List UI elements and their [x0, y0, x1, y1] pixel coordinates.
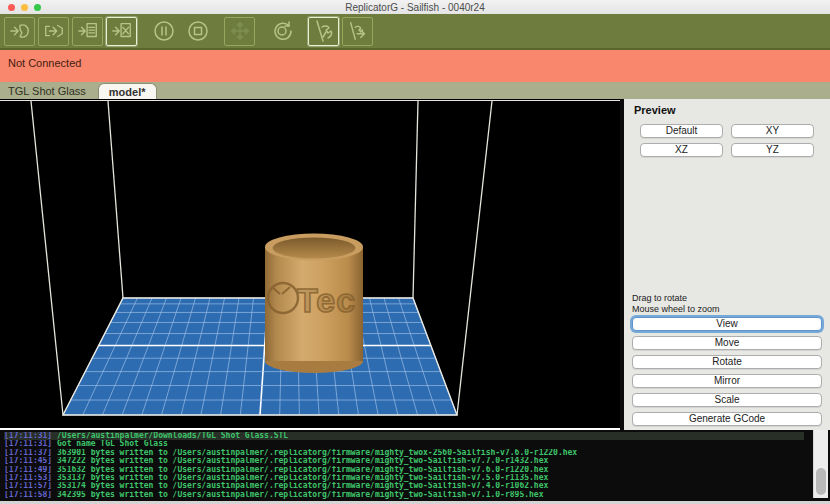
view-mode-button[interactable]: View [632, 317, 822, 331]
connect-icon[interactable] [4, 17, 35, 46]
connection-status-text: Not Connected [0, 50, 81, 69]
preview-title: Preview [634, 104, 822, 116]
hint-mouse-wheel-zoom: Mouse wheel to zoom [632, 304, 822, 315]
log-line[interactable]: [17:11:31] Got name TGL Shot Glass [4, 440, 804, 448]
window-title: ReplicatorG - Sailfish - 0040r24 [345, 2, 485, 13]
replicatorg-window: ReplicatorG - Sailfish - 0040r24 [0, 0, 830, 504]
log-line[interactable]: [17:11:37] 363901 bytes written to /User… [4, 449, 804, 457]
svg-text:Tec: Tec [297, 281, 356, 319]
rotate-button[interactable]: Rotate [632, 355, 822, 369]
stop-icon[interactable] [182, 17, 213, 46]
log-line[interactable]: [17:11:53] 353137 bytes written to /User… [4, 474, 804, 482]
mirror-button[interactable]: Mirror [632, 374, 822, 388]
upload-firmware-icon[interactable] [342, 17, 373, 46]
panel-spacer [632, 157, 822, 293]
3d-scene: Tec [0, 99, 620, 428]
hint-drag-to-rotate: Drag to rotate [632, 293, 822, 304]
reset-icon[interactable] [266, 17, 297, 46]
xz-view-button[interactable]: XZ [640, 143, 723, 157]
disconnect-icon[interactable] [308, 17, 339, 46]
move-button[interactable]: Move [632, 336, 822, 350]
build-platform [63, 298, 457, 415]
model-action-buttons: View Move Rotate Mirror Scale Generate G… [632, 317, 822, 426]
console-log: [17:11:31] /Users/austinpalmer/Downloads… [0, 430, 830, 504]
yz-view-button[interactable]: YZ [731, 143, 814, 157]
tab-model[interactable]: model* [98, 83, 157, 99]
log-line[interactable]: [17:11:45] 347222 bytes written to /User… [4, 457, 804, 465]
log-line[interactable]: [17:11:57] 353174 bytes written to /User… [4, 482, 804, 490]
console-scrollbar[interactable] [813, 430, 828, 498]
model-shot-glass[interactable]: Tec [265, 234, 363, 374]
log-line[interactable]: [17:11:58] 342395 bytes written to /User… [4, 491, 804, 499]
build-to-file-icon[interactable] [106, 17, 137, 46]
log-line[interactable]: [17:11:49] 351632 bytes written to /User… [4, 466, 804, 474]
title-bar: ReplicatorG - Sailfish - 0040r24 [0, 0, 830, 14]
generate-gcode-button[interactable]: Generate GCode [632, 412, 822, 426]
console-scrollbar-thumb[interactable] [816, 468, 826, 495]
build-from-file-icon[interactable] [72, 17, 103, 46]
preview-panel: Preview Default XY XZ YZ Drag to rotate … [624, 99, 830, 430]
control-panel-icon [224, 17, 255, 46]
scale-button[interactable]: Scale [632, 393, 822, 407]
pause-icon[interactable] [148, 17, 179, 46]
document-tab-bar: TGL Shot Glass model* [0, 82, 830, 99]
zoom-window-button[interactable] [34, 4, 41, 11]
connection-status-bar: Not Connected [0, 50, 830, 82]
minimize-window-button[interactable] [21, 4, 28, 11]
view-preset-buttons: Default XY XZ YZ [632, 124, 822, 157]
3d-viewport[interactable]: Tec [0, 99, 620, 428]
main-toolbar [0, 14, 830, 50]
window-controls [8, 4, 41, 11]
xy-view-button[interactable]: XY [731, 124, 814, 138]
main-content: Tec Preview Default XY XZ YZ Drag to rot… [0, 99, 830, 430]
build-icon[interactable] [38, 17, 69, 46]
default-view-button[interactable]: Default [640, 124, 723, 138]
log-line[interactable]: [17:11:31] /Users/austinpalmer/Downloads… [4, 432, 804, 440]
close-window-button[interactable] [8, 4, 15, 11]
tab-tgl-shot-glass[interactable]: TGL Shot Glass [0, 83, 98, 99]
